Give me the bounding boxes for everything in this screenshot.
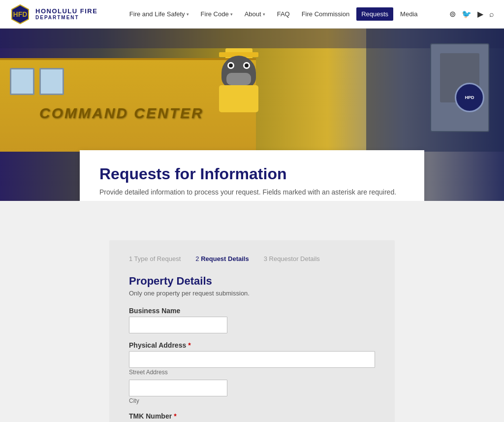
logo-line2: DEPARTMENT	[35, 15, 97, 20]
nav-fire-commission[interactable]: Fire Commission	[297, 7, 355, 21]
main-nav: Fire and Life Safety ▾ Fire Code ▾ About…	[125, 7, 423, 21]
section-subtitle: Only one property per request submission…	[129, 290, 375, 297]
form-steps: 1 Type of Request 2 Request Details 3 Re…	[129, 255, 375, 262]
social-icons: ⊚ 🐦 ▶ ⌕	[449, 9, 494, 19]
business-name-group: Business Name	[129, 307, 375, 333]
chevron-down-icon: ▾	[230, 12, 233, 17]
youtube-icon[interactable]: ▶	[477, 9, 483, 19]
step-3[interactable]: 3 Requestor Details	[264, 255, 320, 262]
city-hint: City	[129, 397, 375, 404]
required-asterisk: *	[188, 341, 190, 349]
business-name-input[interactable]	[129, 317, 227, 333]
hero-section: COMMAND CENTER HPD Requests for Informat…	[0, 29, 504, 201]
nav-fire-code[interactable]: Fire Code ▾	[196, 7, 238, 21]
tmk-number-group: TMK Number * Enter the Tax Map Key (TMK)…	[129, 412, 375, 422]
site-header: HFD HONOLULU FIRE DEPARTMENT Fire and Li…	[0, 0, 504, 29]
nav-fire-life-safety[interactable]: Fire and Life Safety ▾	[125, 7, 194, 21]
form-container: 1 Type of Request 2 Request Details 3 Re…	[109, 240, 395, 422]
nav-about[interactable]: About ▾	[240, 7, 270, 21]
nav-faq[interactable]: FAQ	[272, 7, 295, 21]
logo-line1: HONOLULU FIRE	[35, 8, 97, 15]
mascot	[217, 48, 261, 112]
logo-text: HONOLULU FIRE DEPARTMENT	[35, 8, 97, 20]
logo-emblem: HFD	[10, 4, 31, 25]
chevron-down-icon: ▾	[263, 12, 265, 17]
nav-requests[interactable]: Requests	[356, 7, 393, 21]
command-center-text: COMMAND CENTER	[39, 105, 204, 122]
instagram-icon[interactable]: ⊚	[449, 9, 456, 19]
logo[interactable]: HFD HONOLULU FIRE DEPARTMENT	[10, 4, 97, 25]
required-asterisk: *	[174, 412, 176, 420]
section-title: Property Details	[129, 275, 375, 288]
city-input[interactable]	[129, 380, 227, 396]
street-address-hint: Street Address	[129, 369, 375, 376]
svg-text:HFD: HFD	[13, 10, 28, 18]
page-title: Requests for Information	[99, 165, 405, 183]
step-1[interactable]: 1 Type of Request	[129, 255, 181, 262]
step-2[interactable]: 2 Request Details	[195, 255, 249, 262]
facebook-icon[interactable]: 🐦	[462, 9, 472, 19]
physical-address-group: Physical Address * Street Address City	[129, 341, 375, 404]
page-subtitle: Provide detailed information to process …	[99, 188, 405, 196]
hero-card: Requests for Information Provide detaile…	[80, 150, 424, 201]
business-name-label: Business Name	[129, 307, 375, 315]
chevron-down-icon: ▾	[187, 12, 189, 17]
physical-address-label: Physical Address *	[129, 341, 375, 349]
nav-media[interactable]: Media	[395, 7, 422, 21]
street-address-input[interactable]	[129, 351, 375, 368]
tmk-number-label: TMK Number *	[129, 412, 375, 420]
search-icon[interactable]: ⌕	[489, 10, 494, 19]
main-content: 1 Type of Request 2 Request Details 3 Re…	[0, 201, 504, 422]
